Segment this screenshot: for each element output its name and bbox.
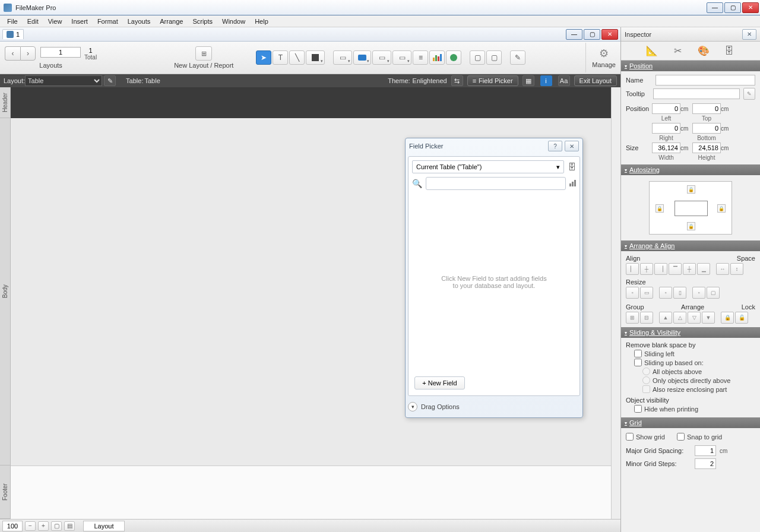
group-button[interactable]: ⊞	[626, 312, 639, 324]
portal-tool[interactable]: ▭	[392, 50, 411, 65]
name-input[interactable]	[656, 75, 755, 86]
menu-scripts[interactable]: Scripts	[188, 17, 217, 26]
left-input[interactable]	[652, 103, 680, 114]
exit-layout-button[interactable]: Exit Layout	[574, 75, 617, 86]
footer-part[interactable]	[11, 466, 611, 519]
field-tool[interactable]: ▭	[333, 50, 352, 65]
layout-select[interactable]: Table	[25, 75, 102, 86]
zoom-out-icon[interactable]: −	[25, 521, 36, 531]
anchor-bottom[interactable]: 🔒	[687, 222, 695, 230]
doc-minimize-button[interactable]: —	[566, 29, 582, 40]
sliding-up-checkbox[interactable]	[634, 359, 642, 366]
footer-part-label[interactable]: Footer	[0, 466, 10, 519]
send-back-button[interactable]: ▼	[702, 312, 715, 324]
selection-tool[interactable]: ➤	[256, 50, 271, 65]
align-top-button[interactable]: ▔	[669, 263, 682, 275]
show-grid-checkbox[interactable]	[626, 433, 634, 441]
anchor-left[interactable]: 🔒	[656, 204, 664, 213]
manage-gear-icon[interactable]: ⚙	[599, 47, 609, 60]
sort-icon[interactable]	[569, 179, 576, 188]
vertical-scrollbar[interactable]	[611, 87, 620, 519]
drag-options-toggle[interactable]: ▾ Drag Options	[408, 398, 580, 415]
header-part[interactable]	[11, 87, 611, 118]
menu-view[interactable]: View	[43, 17, 67, 26]
theme-switch-icon[interactable]: ⇆	[451, 75, 463, 86]
minor-steps-input[interactable]	[695, 458, 716, 469]
resize-largest-w[interactable]: ▭	[640, 287, 653, 299]
button-tool[interactable]	[353, 50, 371, 65]
zoom-value[interactable]: 100	[2, 521, 23, 531]
menu-arrange[interactable]: Arrange	[155, 17, 188, 26]
align-right-button[interactable]: ▕	[654, 263, 667, 275]
view-single-icon[interactable]: ▢	[51, 521, 62, 531]
view-list-icon[interactable]: ▤	[64, 521, 75, 531]
major-spacing-input[interactable]	[695, 445, 716, 456]
header-part-label[interactable]: Header	[0, 87, 10, 118]
menu-file[interactable]: File	[2, 17, 23, 26]
line-tool[interactable]: ╲	[289, 50, 305, 65]
resize-smallest-w[interactable]: ▫	[626, 287, 639, 299]
chart-tool[interactable]	[429, 50, 445, 65]
shape-tool[interactable]	[306, 50, 325, 65]
field-picker-search-input[interactable]	[426, 177, 566, 190]
doc-maximize-button[interactable]: ▢	[584, 29, 600, 40]
menu-window[interactable]: Window	[217, 17, 250, 26]
ungroup-button[interactable]: ⊟	[640, 312, 653, 324]
field-picker-close-button[interactable]: ✕	[565, 141, 579, 151]
anchor-top[interactable]: 🔒	[687, 185, 695, 194]
minimize-button[interactable]: —	[707, 2, 723, 13]
manage-db-icon[interactable]: 🗄	[568, 162, 576, 172]
doc-close-button[interactable]: ✕	[601, 29, 618, 40]
new-field-button[interactable]: + New Field	[414, 376, 465, 390]
menu-layouts[interactable]: Layouts	[123, 17, 156, 26]
top-input[interactable]	[692, 103, 721, 114]
inspector-close-button[interactable]: ✕	[742, 29, 756, 40]
text-style-icon[interactable]: Aa	[558, 75, 570, 86]
prev-layout-button[interactable]: ‹	[5, 46, 20, 61]
sliding-left-checkbox[interactable]	[634, 350, 642, 357]
right-input[interactable]	[652, 123, 680, 134]
webview-tool[interactable]	[446, 50, 461, 65]
section-position-header[interactable]: Position	[621, 61, 760, 71]
all-above-radio[interactable]	[642, 368, 650, 375]
layout-number-input[interactable]	[40, 47, 81, 58]
info-icon[interactable]: i	[540, 75, 552, 86]
part-tool[interactable]: ≡	[413, 50, 428, 65]
close-button[interactable]: ✕	[742, 2, 759, 13]
resize-smallest[interactable]: ▫	[692, 287, 705, 299]
unlock-button[interactable]: 🔓	[735, 312, 748, 324]
section-sliding-header[interactable]: Sliding & Visibility	[621, 327, 760, 338]
align-bottom-button[interactable]: ▁	[697, 263, 710, 275]
tab-control-tool[interactable]: ▭	[372, 50, 391, 65]
toggle-panel-icon[interactable]: ▦	[522, 75, 534, 86]
zoom-in-icon[interactable]: +	[38, 521, 49, 531]
menu-help[interactable]: Help	[250, 17, 273, 26]
section-arrange-header[interactable]: Arrange & Align	[621, 240, 760, 251]
menu-edit[interactable]: Edit	[23, 17, 43, 26]
tooltip-edit-icon[interactable]: ✎	[743, 88, 755, 100]
hide-printing-checkbox[interactable]	[634, 405, 642, 413]
section-autosizing-header[interactable]: Autosizing	[621, 164, 760, 175]
maximize-button[interactable]: ▢	[724, 2, 741, 13]
inspector-tab-appearance[interactable]: ✂	[670, 44, 685, 58]
body-part-label[interactable]: Body	[0, 118, 10, 466]
edit-layout-icon[interactable]: ✎	[104, 75, 116, 86]
also-resize-checkbox[interactable]	[642, 385, 650, 393]
resize-largest-h[interactable]: ▯	[673, 287, 686, 299]
format-painter-tool[interactable]: ✎	[510, 50, 525, 65]
next-layout-button[interactable]: ›	[20, 46, 36, 61]
width-input[interactable]	[652, 142, 680, 153]
field-picker-table-select[interactable]: Current Table ("Table")▾	[412, 160, 564, 173]
mode-indicator[interactable]: Layout	[83, 521, 125, 531]
send-backward-button[interactable]: ▽	[688, 312, 701, 324]
align-left-button[interactable]: ▏	[626, 263, 639, 275]
section-grid-header[interactable]: Grid	[621, 417, 760, 428]
field-control-tool[interactable]: ▢	[470, 50, 485, 65]
snap-grid-checkbox[interactable]	[677, 433, 685, 441]
text-tool[interactable]: T	[273, 50, 288, 65]
height-input[interactable]	[692, 142, 721, 153]
field-picker-help-button[interactable]: ?	[548, 141, 562, 151]
resize-largest[interactable]: ▢	[707, 287, 720, 299]
space-h-button[interactable]: ↔	[716, 263, 729, 275]
menu-format[interactable]: Format	[93, 17, 123, 26]
